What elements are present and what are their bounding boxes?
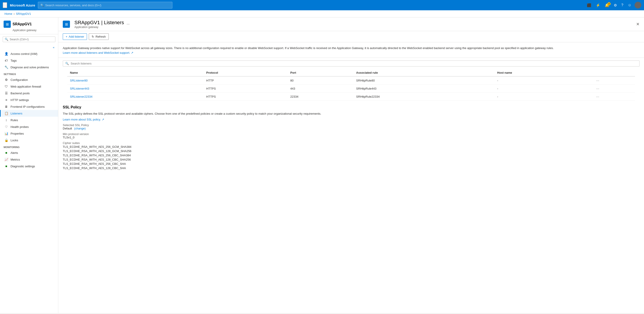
search-placeholder: Search resources, services, and docs (G+… [45, 3, 101, 7]
ssl-link-text: Learn more about SSL policy. [63, 118, 101, 121]
health-probes-icon: ♡ [4, 125, 8, 129]
info-link[interactable]: Learn more about listeners and WebSocket… [63, 51, 133, 55]
hamburger-menu-button[interactable]: ☰ [3, 2, 7, 8]
listeners-search-input[interactable] [70, 62, 637, 65]
tags-icon: 🏷 [4, 59, 8, 62]
sidebar-item-diagnostic-settings[interactable]: ■ Diagnostic settings [0, 163, 58, 170]
row-port: 80 [288, 76, 354, 85]
sidebar-resource-subtitle: Application gateway [4, 29, 54, 32]
content-area: ⊞ SRAppGV1 | Listeners Application gatew… [58, 17, 644, 313]
row-name[interactable]: SRListener80 [67, 76, 204, 85]
cipher-item: TLS_ECDHE_RSA_WITH_AES_256_GCM_SHA384 [63, 145, 640, 149]
plus-icon: + [66, 35, 68, 38]
sidebar-item-label: Rules [10, 118, 18, 122]
cipher-item: TLS_ECDHE_RSA_WITH_AES_256_CBC_SHA384 [63, 153, 640, 157]
breadcrumb-home[interactable]: Home [4, 12, 12, 15]
sidebar-item-label: Alerts [10, 151, 18, 155]
sidebar-collapse-button[interactable]: « [0, 44, 58, 50]
sidebar-item-alerts[interactable]: ■ Alerts [0, 149, 58, 156]
cipher-item: TLS_ECDHE_RSA_WITH_AES_128_CBC_SHA256 [63, 157, 640, 162]
breadcrumb: Home › SRAppGV1 [0, 10, 644, 17]
avatar[interactable] [634, 2, 641, 8]
feedback-button[interactable]: ☺ [626, 2, 633, 8]
row-actions-btn[interactable]: ··· [594, 76, 635, 85]
sidebar-item-access-control[interactable]: 👤 Access control (IAM) [0, 50, 58, 57]
sidebar-item-frontend-ip[interactable]: 🖥 Frontend IP configurations [0, 103, 58, 110]
ssl-external-icon: ↗ [102, 118, 104, 121]
cipher-item: TLS_ECDHE_RSA_WITH_AES_128_GCM_SHA256 [63, 149, 640, 153]
sidebar-search[interactable]: 🔍 [3, 36, 55, 42]
listeners-table-container: Name Protocol Port Associated rule Host … [58, 69, 644, 101]
topbar-right-icons: ⬛ ⚡ 🔔 4 ⚙ ? ☺ [586, 2, 641, 8]
row-protocol: HTTPS [204, 92, 288, 101]
row-actions-btn[interactable]: ··· [594, 92, 635, 101]
close-button[interactable]: ✕ [636, 22, 640, 27]
row-port: 22334 [288, 92, 354, 101]
listeners-search-box[interactable]: 🔍 [63, 60, 640, 66]
resource-icon: ⊞ [4, 20, 11, 28]
refresh-icon: ↻ [92, 35, 94, 38]
sidebar-item-listeners[interactable]: 📋 Listeners [0, 110, 58, 117]
row-protocol: HTTPS [204, 84, 288, 92]
row-actions-btn[interactable]: ··· [594, 84, 635, 92]
row-rule: SRHttpRule80 [354, 76, 494, 85]
ssl-change-link[interactable]: (change) [74, 127, 86, 130]
page-title: SRAppGV1 | Listeners [74, 20, 124, 25]
sidebar-resource-title: SRAppGV1 [12, 22, 32, 26]
sidebar-item-properties[interactable]: 📊 Properties [0, 130, 58, 137]
refresh-button[interactable]: ↻ Refresh [89, 33, 109, 40]
row-name[interactable]: SRListener22334 [67, 92, 204, 101]
table-row: SRListener443 HTTPS 443 SRHttpRule443 - … [67, 84, 635, 92]
add-listener-button[interactable]: + Add listener [63, 33, 87, 40]
sidebar-item-diagnose[interactable]: 🔧 Diagnose and solve problems [0, 64, 58, 70]
locks-icon: 🔒 [4, 138, 8, 142]
sidebar-item-web-application-firewall[interactable]: 🛡 Web application firewall [0, 83, 58, 90]
properties-icon: 📊 [4, 132, 8, 135]
notification-badge: 4 [608, 2, 610, 5]
sidebar-item-label: Access control (IAM) [10, 52, 38, 55]
row-name[interactable]: SRListener443 [67, 84, 204, 92]
alerts-icon: ■ [4, 151, 8, 155]
listeners-search-icon: 🔍 [65, 62, 69, 65]
row-port: 443 [288, 84, 354, 92]
sidebar-item-metrics[interactable]: 📈 Metrics [0, 156, 58, 163]
sidebar-header: ⊞ SRAppGV1 Application gateway [0, 17, 58, 34]
sidebar-item-tags[interactable]: 🏷 Tags [0, 57, 58, 64]
row-hostname: - [494, 84, 594, 92]
content-header: ⊞ SRAppGV1 | Listeners Application gatew… [58, 17, 644, 31]
page-subtitle: Application gateway [74, 25, 124, 29]
global-search-box[interactable]: 🔍 Search resources, services, and docs (… [38, 2, 172, 8]
table-header-row: Name Protocol Port Associated rule Host … [67, 69, 635, 76]
cipher-item: TLS_ECDHE_RSA_WITH_AES_256_CBC_SHA [63, 162, 640, 166]
cloud-shell-button[interactable]: ⬛ [586, 2, 593, 8]
listeners-table: Name Protocol Port Associated rule Host … [67, 69, 635, 101]
sidebar-item-health-probes[interactable]: ♡ Health probes [0, 123, 58, 130]
row-hostname: - [494, 92, 594, 101]
refresh-label: Refresh [96, 35, 106, 38]
sidebar-item-rules[interactable]: ↕ Rules [0, 117, 58, 123]
breadcrumb-separator: › [14, 12, 14, 15]
col-actions [594, 69, 635, 76]
breadcrumb-resource[interactable]: SRAppGV1 [16, 12, 31, 15]
sidebar-item-locks[interactable]: 🔒 Locks [0, 137, 58, 144]
sidebar-item-label: Diagnostic settings [10, 165, 35, 168]
settings-section-label: Settings [0, 70, 58, 76]
directory-button[interactable]: ⚡ [594, 2, 602, 8]
settings-button[interactable]: ⚙ [612, 2, 618, 8]
notifications-button[interactable]: 🔔 4 [604, 2, 610, 8]
col-port: Port [288, 69, 354, 76]
sidebar-item-backend-pools[interactable]: ☰ Backend pools [0, 90, 58, 96]
sidebar-item-http-settings[interactable]: ≡ HTTP settings [0, 96, 58, 103]
info-link-text: Learn more about listeners and WebSocket… [63, 51, 130, 55]
ssl-learn-more-link[interactable]: Learn more about SSL policy. ↗ [63, 118, 104, 121]
external-link-icon: ↗ [131, 51, 133, 55]
configuration-icon: ⚙ [4, 78, 8, 81]
main-layout: ⊞ SRAppGV1 Application gateway 🔍 « 👤 Acc… [0, 17, 644, 313]
more-options-button[interactable]: ··· [127, 22, 130, 26]
sidebar-search-input[interactable] [10, 38, 53, 41]
help-button[interactable]: ? [620, 2, 625, 8]
rules-icon: ↕ [4, 118, 8, 122]
sidebar-item-configuration[interactable]: ⚙ Configuration [0, 76, 58, 83]
waf-icon: 🛡 [4, 85, 8, 88]
sidebar-item-label: Locks [10, 139, 18, 142]
